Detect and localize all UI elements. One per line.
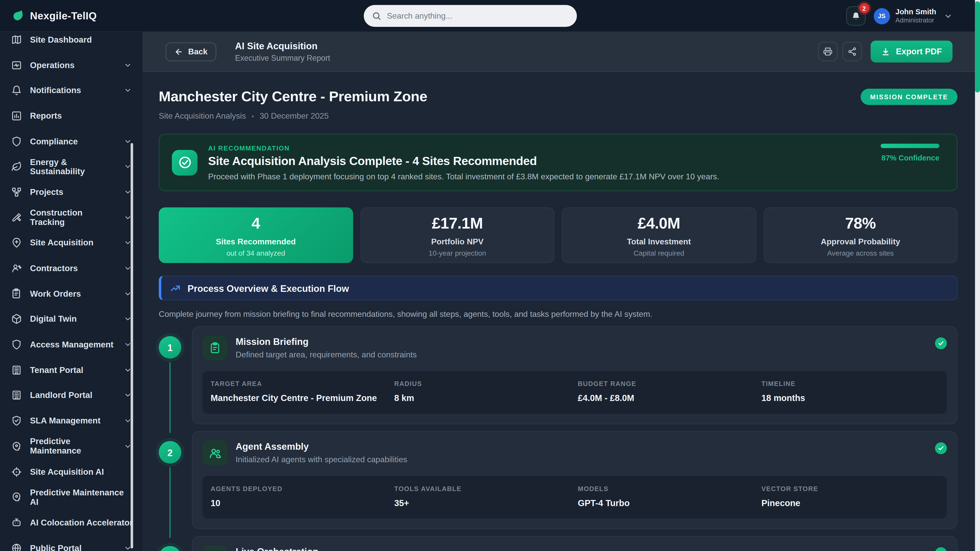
sidebar-item-predictive-maintenance[interactable]: Predictive Maintenance: [0, 433, 142, 459]
bot-icon: [11, 517, 22, 528]
sidebar-item-label: Operations: [30, 60, 75, 70]
arrow-left-icon: [174, 47, 183, 56]
sidebar-item-tenant-portal[interactable]: Tenant Portal: [0, 357, 142, 383]
process-step-live-orchestration: 3Live Orchestration: [159, 536, 958, 551]
recommendation-title: Site Acquisition Analysis Complete - 4 S…: [208, 154, 719, 168]
step-fields: AGENTS DEPLOYED10TOOLS AVAILABLE35+MODEL…: [202, 476, 947, 519]
step-card: Live Orchestration: [192, 536, 958, 551]
sidebar-item-ai-colocation-accelerator[interactable]: AI Colocation Accelerator: [0, 510, 142, 535]
export-pdf-button[interactable]: Export PDF: [871, 41, 953, 62]
field-label: BUDGET RANGE: [578, 380, 755, 387]
stat-value: 4: [251, 214, 260, 232]
sidebar-item-construction-tracking[interactable]: Construction Tracking: [0, 205, 142, 230]
sidebar-scrollbar[interactable]: [130, 143, 133, 548]
avatar: JS: [873, 8, 890, 24]
sidebar-item-label: Landlord Portal: [30, 391, 92, 400]
process-step-agent-assembly: 2Agent AssemblyInitialized AI agents wit…: [159, 431, 958, 529]
leaf-logo-icon: [11, 10, 24, 22]
sidebar-item-label: Predictive Maintenance AI: [30, 488, 133, 507]
export-pdf-label: Export PDF: [896, 47, 942, 56]
sidebar-item-site-dashboard[interactable]: Site Dashboard: [0, 32, 142, 52]
sidebar-item-label: Contractors: [30, 264, 78, 273]
topbar-right: 2 JS John Smith Administrator: [846, 0, 953, 32]
field-value: £4.0M - £8.0M: [578, 393, 755, 403]
topbar: Nexgile-TelIQ 2 JS John Smith Administra…: [0, 0, 980, 32]
sidebar-item-digital-twin[interactable]: Digital Twin: [0, 306, 142, 332]
page-subtitle: Executive Summary Report: [235, 54, 330, 62]
field-value: Manchester City Centre - Premium Zone: [210, 393, 388, 403]
sidebar-item-energy-sustainability[interactable]: Energy & Sustainability: [0, 154, 142, 179]
field-models: MODELSGPT-4 Turbo: [578, 485, 755, 508]
building-icon: [11, 365, 22, 375]
sitemap-icon: [11, 187, 22, 197]
field-value: 18 months: [761, 393, 939, 403]
field-vector-store: VECTOR STOREPinecone: [761, 485, 939, 508]
stat-value: 78%: [845, 214, 876, 232]
page-scrollbar[interactable]: [975, 0, 980, 551]
network-icon: [202, 545, 228, 551]
step-connector-line: [169, 362, 171, 433]
tools-icon: [11, 212, 22, 223]
step-card: Agent AssemblyInitialized AI agents with…: [192, 431, 958, 529]
step-marker: 3: [159, 536, 192, 551]
step-marker: 1: [159, 326, 192, 424]
step-complete-check-icon: [935, 442, 947, 454]
share-button[interactable]: [843, 42, 862, 61]
users-icon: [202, 441, 228, 465]
sidebar-item-site-acquisition-ai[interactable]: Site Acquisition AI: [0, 459, 142, 484]
notifications-button[interactable]: 2: [846, 6, 865, 25]
sidebar-item-projects[interactable]: Projects: [0, 179, 142, 205]
sidebar-item-label: Notifications: [30, 86, 81, 95]
user-role: Administrator: [896, 16, 936, 24]
sidebar-item-label: Reports: [30, 111, 62, 121]
chevron-down-icon: [944, 11, 953, 20]
sidebar-item-label: Access Management: [30, 340, 114, 349]
field-label: AGENTS DEPLOYED: [210, 485, 388, 492]
step-complete-check-icon: [935, 547, 947, 551]
sidebar-item-landlord-portal[interactable]: Landlord Portal: [0, 383, 142, 408]
sidebar-item-notifications[interactable]: Notifications: [0, 78, 142, 103]
step-number: 3: [159, 546, 181, 551]
field-value: GPT-4 Turbo: [578, 498, 755, 508]
stats-row: 4Sites Recommendedout of 34 analyzed£17.…: [159, 207, 958, 263]
sidebar-item-predictive-maintenance-ai[interactable]: Predictive Maintenance AI: [0, 484, 142, 510]
sidebar-item-reports[interactable]: Reports: [0, 103, 142, 129]
stat-card-total-investment: £4.0MTotal InvestmentCapital required: [562, 207, 756, 263]
brand: Nexgile-TelIQ: [0, 10, 142, 22]
back-button[interactable]: Back: [165, 42, 216, 61]
sidebar-item-contractors[interactable]: Contractors: [0, 256, 142, 281]
step-connector-line: [169, 467, 171, 538]
stat-value: £4.0M: [638, 214, 680, 232]
sidebar-item-label: Predictive Maintenance: [30, 437, 114, 456]
page-header: Back AI Site Acquisition Executive Summa…: [142, 32, 975, 72]
sidebar-item-work-orders[interactable]: Work Orders: [0, 281, 142, 306]
sidebar-item-public-portal[interactable]: Public Portal: [0, 535, 142, 551]
sidebar-item-operations[interactable]: Operations: [0, 52, 142, 78]
report-content: Manchester City Centre - Premium Zone MI…: [142, 72, 975, 551]
search-icon: [372, 11, 381, 21]
page-scrollbar-thumb[interactable]: [975, 1, 980, 93]
stat-value: £17.1M: [432, 214, 483, 232]
step-title: Agent Assembly: [235, 441, 407, 452]
report-title: Manchester City Centre - Premium Zone: [159, 88, 427, 105]
print-button[interactable]: [818, 42, 838, 61]
sidebar-item-compliance[interactable]: Compliance: [0, 129, 142, 154]
confidence-bar: [881, 144, 939, 148]
step-fields: TARGET AREAManchester City Centre - Prem…: [202, 371, 947, 414]
sidebar-item-site-acquisition[interactable]: Site Acquisition: [0, 230, 142, 256]
global-search[interactable]: [364, 5, 577, 27]
user-menu[interactable]: JS John Smith Administrator: [873, 8, 953, 24]
sidebar: Site DashboardOperationsNotificationsRep…: [0, 32, 142, 551]
sidebar-item-access-management[interactable]: Access Management: [0, 332, 142, 357]
field-value: 8 km: [394, 393, 572, 403]
field-label: RADIUS: [394, 380, 572, 387]
search-input[interactable]: [387, 11, 569, 21]
sidebar-item-sla-management[interactable]: SLA Management: [0, 408, 142, 433]
field-value: 10: [210, 498, 388, 508]
field-value: Pinecone: [761, 498, 939, 508]
worker-icon: [11, 263, 22, 274]
recommendation-eyebrow: AI RECOMMENDATION: [208, 144, 719, 151]
sidebar-item-label: Site Acquisition: [30, 238, 94, 248]
process-step-mission-briefing: 1Mission BriefingDefined target area, re…: [159, 326, 958, 424]
globe-icon: [11, 543, 22, 551]
